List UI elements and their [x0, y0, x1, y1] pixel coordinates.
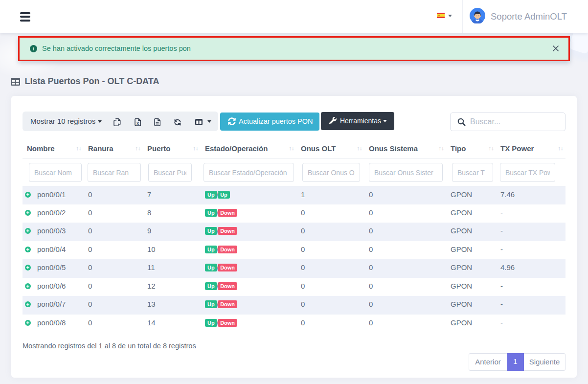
svg-text:x: x — [136, 120, 139, 125]
svg-text:i: i — [33, 46, 34, 51]
